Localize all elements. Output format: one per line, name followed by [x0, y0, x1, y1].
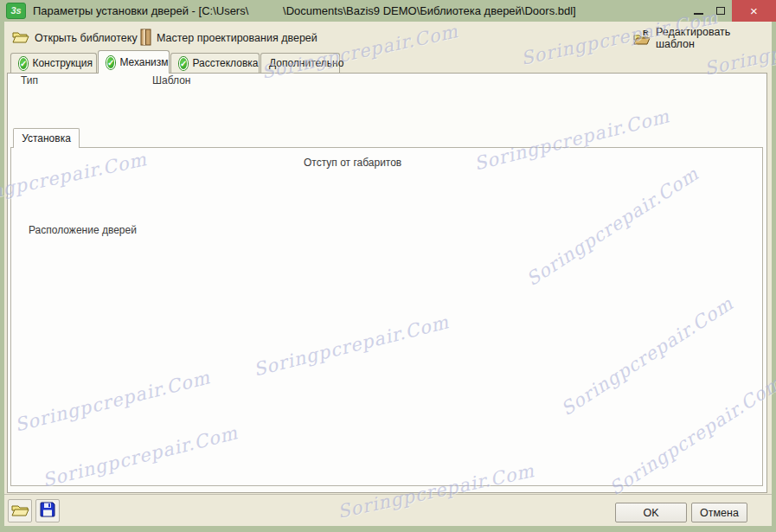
- tab-konstrukcia[interactable]: ✓ Конструкция: [10, 53, 97, 73]
- window-title: Параметры установки дверей - [C:\Users\ …: [33, 4, 576, 17]
- minimize-icon: [694, 13, 703, 15]
- tab-label: Расстекловка: [192, 57, 258, 69]
- tab-label: Конструкция: [32, 57, 93, 69]
- subtab-label: Установка: [22, 132, 71, 144]
- tab-check-icon: ✓: [19, 57, 28, 70]
- bazis-logo-icon: 3s: [6, 3, 26, 19]
- door-wizard-button[interactable]: Мастер проектирования дверей: [135, 27, 323, 49]
- save-button[interactable]: [35, 499, 60, 522]
- subtab-page-ustanovka: [10, 147, 763, 486]
- edit-template-button[interactable]: R Редактировать шаблон: [628, 27, 776, 49]
- tab-mehanizm[interactable]: ✓ Механизм: [98, 50, 170, 74]
- ok-button[interactable]: OK: [615, 503, 687, 522]
- subtab-ustanovka[interactable]: Установка: [13, 128, 80, 148]
- edit-template-label: Редактировать шаблон: [656, 26, 771, 50]
- dialog-window: 3s Параметры установки дверей - [C:\User…: [0, 0, 776, 532]
- minimize-button[interactable]: [687, 0, 709, 21]
- svg-text:R: R: [643, 29, 649, 37]
- placement-group-label: Расположение дверей: [26, 224, 139, 236]
- tab-label: Дополнительно: [269, 57, 343, 69]
- door-wizard-label: Мастер проектирования дверей: [157, 32, 317, 44]
- tab-check-icon: ✓: [179, 57, 188, 70]
- offset-group-label: Отступ от габаритов: [301, 157, 404, 169]
- open-folder-icon: [12, 30, 29, 47]
- open-file-button[interactable]: [8, 499, 32, 522]
- open-library-label: Открыть библиотеку: [35, 32, 138, 44]
- tab-dopolnitelno[interactable]: Дополнительно: [260, 53, 340, 73]
- footer-divider: [4, 494, 772, 495]
- save-floppy-icon: [40, 502, 55, 520]
- open-folder-icon: [11, 503, 29, 520]
- tab-rasteklovka[interactable]: ✓ Расстекловка: [170, 53, 260, 73]
- folder-r-icon: R: [633, 29, 651, 48]
- type-group-label: Тип: [18, 74, 41, 87]
- door-icon: [140, 29, 151, 48]
- cancel-button[interactable]: Отмена: [691, 503, 747, 522]
- template-group-label: Шаблон: [150, 74, 193, 87]
- tab-check-icon: ✓: [106, 56, 115, 69]
- open-library-button[interactable]: Открыть библиотеку: [7, 27, 143, 49]
- tab-label: Механизм: [119, 56, 168, 68]
- maximize-icon: [716, 7, 725, 15]
- close-button[interactable]: ×: [732, 0, 776, 22]
- maximize-button[interactable]: [709, 0, 732, 21]
